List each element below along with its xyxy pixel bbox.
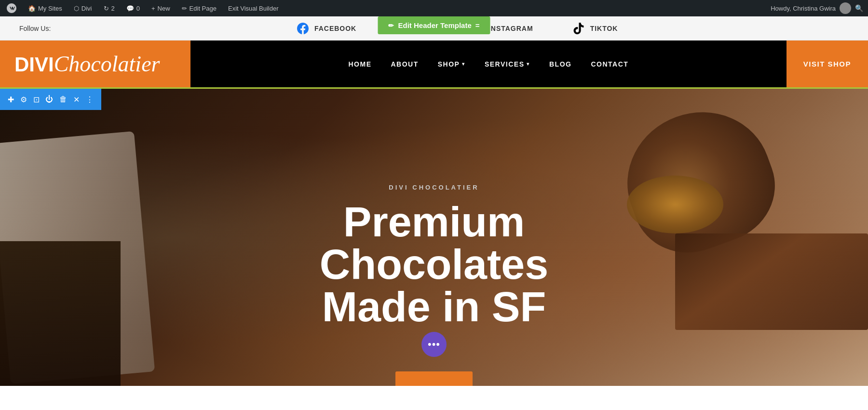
close-button[interactable]: ✕ xyxy=(71,93,81,106)
layout-button[interactable]: ⊡ xyxy=(31,93,41,106)
nav-services[interactable]: SERVICES ▾ xyxy=(485,60,530,68)
facebook-label: FACEBOOK xyxy=(314,25,356,32)
update-count: 2 xyxy=(111,5,115,12)
edit-page-button[interactable]: ✏ Edit Page xyxy=(180,0,218,16)
site-name-button[interactable]: ⬡ Divi xyxy=(72,0,94,16)
follow-us-label: Follow Us: xyxy=(19,25,51,32)
social-item-tiktok[interactable]: TIKTOK xyxy=(553,22,637,35)
nav-home[interactable]: HOME xyxy=(348,60,371,68)
new-label: New xyxy=(158,5,170,12)
nav-shop[interactable]: SHOP ▾ xyxy=(438,60,465,68)
more-options-button[interactable]: ⋮ xyxy=(84,93,95,106)
exit-visual-builder-button[interactable]: Exit Visual Builder xyxy=(226,0,281,16)
logo-script: Chocolatier xyxy=(54,52,160,76)
nav-contact[interactable]: CONTACT xyxy=(591,60,628,68)
avatar xyxy=(840,2,851,14)
edit-header-label: Edit Header Template xyxy=(398,21,471,29)
hero-title: Premium Chocolates Made in SF xyxy=(265,201,603,328)
comments-count: 0 xyxy=(136,5,140,12)
chocolate-powder xyxy=(627,176,723,233)
home-icon: 🏠 xyxy=(28,5,36,12)
hero-dots-button[interactable]: ••• xyxy=(421,332,447,357)
tiktok-label: TIKTOK xyxy=(590,25,618,32)
plus-icon: + xyxy=(151,5,155,12)
logo-divi: DIVI xyxy=(14,53,54,76)
toggle-button[interactable]: ⏻ xyxy=(43,93,55,106)
edit-header-template-button[interactable]: Edit Header Template = xyxy=(378,16,490,34)
add-module-button[interactable]: ✚ xyxy=(6,93,16,106)
howdy-text: Howdy, Christina Gwira xyxy=(771,5,836,12)
logo: DIVIChocolatier xyxy=(14,53,160,75)
my-sites-label: My Sites xyxy=(38,5,62,12)
tiktok-icon xyxy=(572,22,585,35)
my-sites-button[interactable]: 🏠 My Sites xyxy=(26,0,64,16)
hero-content: DIVI CHOCOLATIER Premium Chocolates Made… xyxy=(265,184,603,328)
chocolate-block xyxy=(675,233,868,330)
updates-button[interactable]: ↻ 2 xyxy=(102,0,117,16)
logo-area[interactable]: DIVIChocolatier xyxy=(0,41,190,87)
visit-shop-label: VISIT SHOP xyxy=(803,60,851,68)
instagram-label: INSTAGRAM xyxy=(488,25,533,32)
visit-shop-button[interactable]: VISIT SHOP xyxy=(787,41,868,87)
nav-about[interactable]: ABOUT xyxy=(391,60,418,68)
services-chevron-icon: ▾ xyxy=(527,61,530,67)
admin-bar: 🏠 My Sites ⬡ Divi ↻ 2 💬 0 + New ✏ Edit P… xyxy=(0,0,868,16)
hero-title-line1: Premium Chocolates xyxy=(265,201,603,286)
social-item-facebook[interactable]: FACEBOOK xyxy=(277,22,376,35)
delete-button[interactable]: 🗑 xyxy=(57,93,69,106)
dark-chocolate-left xyxy=(0,241,121,386)
settings-button[interactable]: ⚙ xyxy=(18,93,29,106)
site-name-label: Divi xyxy=(81,5,92,12)
dots-label: ••• xyxy=(428,338,440,351)
hero-section: DIVI CHOCOLATIER Premium Chocolates Made… xyxy=(0,89,868,386)
facebook-icon xyxy=(296,22,310,35)
divi-icon: ⬡ xyxy=(74,5,79,12)
shop-chevron-icon: ▾ xyxy=(462,61,465,67)
main-header: DIVIChocolatier HOME ABOUT SHOP ▾ SERVIC… xyxy=(0,41,868,89)
hero-orange-button[interactable] xyxy=(395,371,473,386)
comments-button[interactable]: 💬 0 xyxy=(124,0,142,16)
comments-icon: 💬 xyxy=(126,5,134,12)
nav-blog[interactable]: BLOG xyxy=(549,60,571,68)
update-icon: ↻ xyxy=(104,5,109,12)
new-content-button[interactable]: + New xyxy=(149,0,172,16)
edit-page-label: Edit Page xyxy=(190,5,217,12)
admin-bar-right: Howdy, Christina Gwira 🔍 xyxy=(771,2,863,14)
hero-title-line2: Made in SF xyxy=(265,286,603,328)
exit-builder-label: Exit Visual Builder xyxy=(228,5,279,12)
nav-area: HOME ABOUT SHOP ▾ SERVICES ▾ BLOG CONTAC… xyxy=(190,60,787,68)
builder-toolbar: ✚ ⚙ ⊡ ⏻ 🗑 ✕ ⋮ xyxy=(0,89,101,110)
search-icon[interactable]: 🔍 xyxy=(855,4,863,12)
hero-subtitle: DIVI CHOCOLATIER xyxy=(265,184,603,191)
equals-icon: = xyxy=(475,21,480,29)
edit-icon: ✏ xyxy=(182,5,187,12)
wordpress-logo-button[interactable] xyxy=(5,0,18,16)
